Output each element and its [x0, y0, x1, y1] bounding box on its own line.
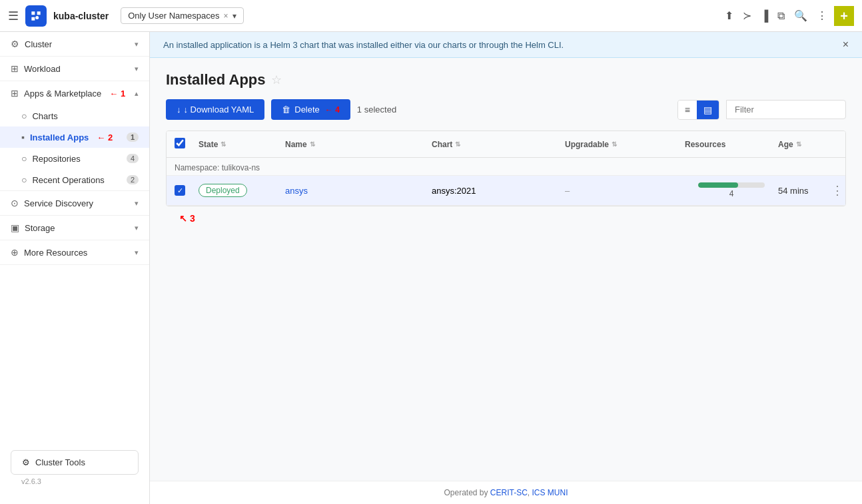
delete-label: Delete — [294, 105, 320, 115]
cluster-tools-button[interactable]: ⚙ Cluster Tools — [11, 450, 139, 475]
workload-chevron-icon: ▾ — [135, 65, 139, 73]
download-yaml-button[interactable]: ↓ ↓ Download YAML — [166, 99, 264, 120]
battery-icon[interactable]: ▐ — [761, 10, 768, 22]
terminal-icon[interactable]: ≻ — [743, 9, 751, 22]
chart-column-header[interactable]: Chart ⇅ — [432, 140, 565, 149]
installed-apps-icon: ▪ — [21, 132, 25, 142]
copy-icon[interactable]: ⧉ — [777, 10, 785, 22]
sidebar-section-workload: ⊞ Workload ▾ — [0, 57, 149, 81]
page-title-row: Installed Apps ☆ — [166, 71, 846, 89]
toolbar: ↓ ↓ Download YAML 🗑 Delete ← 4 1 selecte… — [166, 99, 846, 120]
search-icon[interactable]: 🔍 — [794, 9, 807, 22]
main-content: An installed application is a Helm 3 cha… — [150, 32, 862, 504]
charts-icon: ○ — [21, 111, 27, 121]
namespace-tag-label: Only User Namespaces — [128, 11, 219, 21]
sidebar-service-discovery-label: Service Discovery — [24, 198, 93, 208]
row-resources-cell: 4 — [685, 182, 778, 198]
repositories-icon: ○ — [21, 153, 27, 164]
age-column-header[interactable]: Age ⇅ — [778, 140, 831, 149]
download-yaml-label: ↓ Download YAML — [184, 105, 254, 115]
select-all-header — [175, 138, 199, 150]
sidebar-footer: ⚙ Cluster Tools v2.6.3 — [0, 439, 149, 504]
storage-chevron-icon: ▾ — [135, 224, 139, 232]
info-banner-text: An installed application is a Helm 3 cha… — [163, 40, 564, 50]
table-row: Deployed ansys ansys:2021 – — [167, 176, 845, 206]
sidebar-charts-label: Charts — [32, 111, 57, 121]
cluster-chevron-icon: ▾ — [135, 40, 139, 49]
app-name-link[interactable]: ansys — [285, 186, 308, 196]
sidebar-section-apps: ⊞ Apps & Marketplace ← 1 ▴ ○ Charts ▪ — [0, 81, 149, 191]
age-value: 54 mins — [778, 186, 809, 196]
resource-bar-fill — [698, 182, 738, 188]
plus-icon: + — [840, 9, 848, 23]
sidebar-item-charts[interactable]: ○ Charts — [0, 105, 149, 126]
cluster-tools-label: Cluster Tools — [35, 457, 85, 467]
sidebar: ⚙ Cluster ▾ ⊞ Workload ▾ — [0, 32, 150, 504]
sidebar-item-storage[interactable]: ▣ Storage ▾ — [0, 216, 149, 240]
upgradable-value: – — [565, 186, 570, 196]
row-menu-icon[interactable]: ⋮ — [831, 184, 843, 197]
row-state-cell: Deployed — [199, 184, 285, 197]
topbar-actions: ⬆ ≻ ▐ ⧉ 🔍 ⋮ — [725, 9, 827, 22]
upgradable-column-header[interactable]: Upgradable ⇅ — [565, 140, 685, 149]
namespace-group-label: Namespace: tulikova-ns — [167, 158, 845, 176]
footer-link-cerit[interactable]: CERIT-SC — [490, 488, 528, 497]
apps-chevron-icon: ▴ — [135, 89, 139, 98]
select-all-checkbox[interactable] — [175, 138, 185, 148]
cluster-icon: ⚙ — [11, 39, 19, 49]
sidebar-cluster-label: Cluster — [25, 39, 52, 49]
row-age-cell: 54 mins — [778, 186, 831, 196]
sidebar-item-service-discovery[interactable]: ⊙ Service Discovery ▾ — [0, 191, 149, 215]
more-menu-icon[interactable]: ⋮ — [817, 9, 827, 22]
filter-input[interactable] — [726, 100, 846, 119]
add-button[interactable]: + — [834, 6, 854, 26]
version-text: v2.6.3 — [11, 475, 139, 493]
footer-separator: , — [528, 488, 532, 497]
cluster-name: kuba-cluster — [53, 11, 109, 21]
topbar: ☰ kuba-cluster Only User Namespaces × ▾ … — [0, 0, 862, 32]
row-checkbox[interactable] — [175, 185, 185, 196]
service-discovery-icon: ⊙ — [11, 198, 19, 208]
sidebar-storage-label: Storage — [25, 223, 55, 233]
info-banner-close-button[interactable]: × — [843, 39, 849, 51]
sidebar-section-more-resources: ⊕ More Resources ▾ — [0, 240, 149, 265]
repositories-badge: 4 — [127, 154, 139, 163]
sidebar-item-cluster[interactable]: ⚙ Cluster ▾ — [0, 32, 149, 56]
footer-text: Operated by — [444, 488, 490, 497]
sidebar-item-recent-operations[interactable]: ○ Recent Operations 2 — [0, 169, 149, 190]
namespace-close-icon[interactable]: × — [224, 11, 228, 21]
sidebar-section-cluster: ⚙ Cluster ▾ — [0, 32, 149, 57]
sidebar-section-service-discovery: ⊙ Service Discovery ▾ — [0, 191, 149, 216]
recent-ops-badge: 2 — [127, 175, 139, 184]
sidebar-item-more-resources[interactable]: ⊕ More Resources ▾ — [0, 240, 149, 264]
sidebar-item-installed-apps[interactable]: ▪ Installed Apps ← 2 1 — [0, 126, 149, 148]
name-column-header[interactable]: Name ⇅ — [285, 140, 432, 149]
sidebar-repositories-label: Repositories — [32, 154, 80, 164]
state-column-header[interactable]: State ⇅ — [199, 140, 285, 149]
resources-column-header: Resources — [685, 140, 778, 149]
sidebar-item-repositories[interactable]: ○ Repositories 4 — [0, 148, 149, 169]
menu-icon[interactable]: ☰ — [8, 9, 19, 23]
chart-sort-icon: ⇅ — [455, 140, 460, 148]
sidebar-item-apps-marketplace[interactable]: ⊞ Apps & Marketplace ← 1 ▴ — [0, 81, 149, 105]
more-resources-icon: ⊕ — [11, 247, 19, 258]
footer-link-ics[interactable]: ICS MUNI — [532, 488, 568, 497]
workload-icon: ⊞ — [11, 63, 19, 74]
sidebar-item-workload[interactable]: ⊞ Workload ▾ — [0, 57, 149, 81]
row-name-cell: ansys — [285, 186, 432, 196]
app-shell: ☰ kuba-cluster Only User Namespaces × ▾ … — [0, 0, 862, 504]
table-header: State ⇅ Name ⇅ Chart ⇅ Upgradable — [167, 131, 845, 158]
page-content: Installed Apps ☆ ↓ ↓ Download YAML 🗑 Del… — [150, 58, 862, 481]
grid-view-button[interactable]: ▤ — [697, 101, 719, 119]
upload-icon[interactable]: ⬆ — [725, 9, 733, 22]
list-view-button[interactable]: ≡ — [678, 101, 697, 119]
delete-button[interactable]: 🗑 Delete ← 4 — [271, 99, 350, 120]
sidebar-apps-label: Apps & Marketplace — [24, 89, 101, 99]
namespace-selector[interactable]: Only User Namespaces × ▾ — [121, 7, 243, 24]
apps-icon: ⊞ — [11, 88, 19, 99]
namespace-arrow-icon[interactable]: ▾ — [232, 11, 236, 21]
logo-icon — [29, 9, 43, 23]
app-logo — [25, 5, 47, 27]
favorite-star-icon[interactable]: ☆ — [271, 73, 282, 87]
service-discovery-chevron-icon: ▾ — [135, 199, 139, 208]
